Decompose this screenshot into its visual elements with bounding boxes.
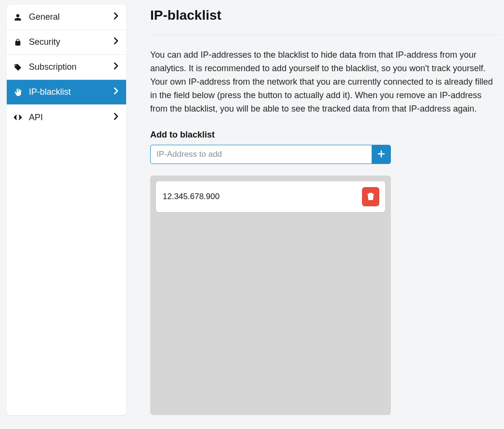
- main-content: IP-blacklist You can add IP-addresses to…: [150, 5, 504, 415]
- delete-ip-button[interactable]: [362, 187, 379, 206]
- chevron-right-icon: [114, 113, 118, 123]
- lock-icon: [13, 38, 22, 47]
- blacklist-ip-text: 12.345.678.900: [163, 192, 220, 202]
- add-ip-button[interactable]: [372, 145, 391, 164]
- sidebar-item-security[interactable]: Security: [7, 30, 126, 55]
- settings-sidebar: General Security Subscription: [7, 5, 126, 415]
- ip-address-input[interactable]: [150, 145, 372, 164]
- sidebar-item-api[interactable]: API: [7, 105, 126, 130]
- tag-icon: [13, 63, 22, 72]
- sidebar-item-label: Security: [29, 37, 60, 47]
- sidebar-item-general[interactable]: General: [7, 5, 126, 30]
- page-title: IP-blacklist: [150, 8, 500, 23]
- blacklist-panel: 12.345.678.900: [150, 176, 391, 415]
- chevron-right-icon: [114, 62, 118, 72]
- chevron-right-icon: [114, 87, 118, 97]
- trash-icon: [367, 192, 374, 202]
- add-section-label: Add to blacklist: [150, 130, 500, 140]
- add-ip-row: [150, 145, 391, 164]
- sidebar-item-label: IP-blacklist: [29, 87, 71, 97]
- divider: [150, 35, 500, 35]
- code-icon: [13, 113, 22, 122]
- chevron-right-icon: [114, 37, 118, 47]
- chevron-right-icon: [114, 12, 118, 22]
- page-description: You can add IP-addresses to the blacklis…: [150, 49, 500, 115]
- sidebar-item-label: API: [29, 113, 43, 123]
- blacklist-entry: 12.345.678.900: [156, 181, 385, 212]
- sidebar-item-label: General: [29, 12, 60, 22]
- hand-icon: [13, 88, 22, 97]
- user-icon: [13, 13, 22, 22]
- sidebar-item-subscription[interactable]: Subscription: [7, 55, 126, 80]
- sidebar-item-ip-blacklist[interactable]: IP-blacklist: [7, 80, 126, 105]
- plus-icon: [377, 150, 385, 159]
- sidebar-item-label: Subscription: [29, 62, 77, 72]
